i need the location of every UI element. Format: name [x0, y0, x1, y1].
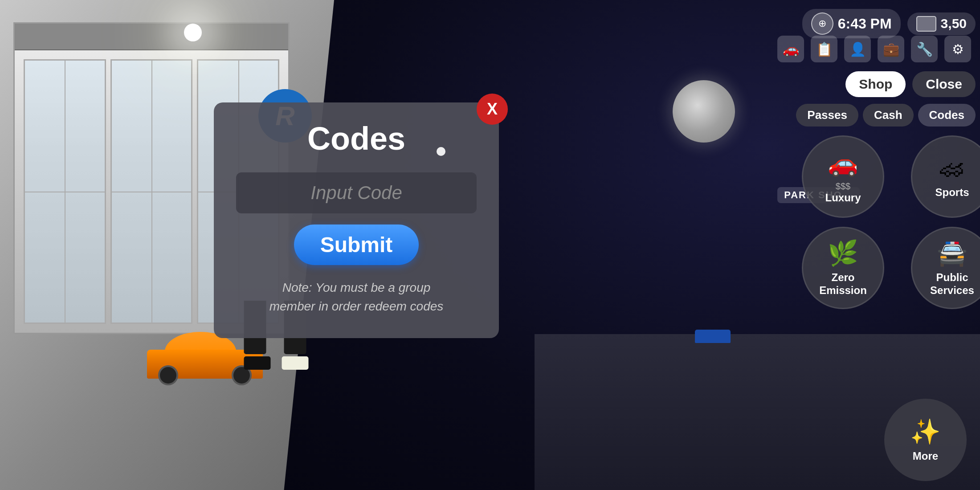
sports-car-icon: 🏎: [940, 154, 964, 183]
tab-codes[interactable]: Codes: [918, 104, 976, 127]
character-shoe-left: [244, 356, 271, 370]
top-hud: ⊕ 6:43 PM 3,50: [802, 9, 980, 38]
more-label: More: [913, 450, 938, 463]
public-services-icon: 🚔: [937, 239, 968, 268]
category-luxury[interactable]: 🚗 $$$ Luxury: [802, 135, 884, 218]
zero-emission-label: ZeroEmission: [819, 271, 867, 297]
luxury-label: Luxury: [825, 192, 861, 204]
tab-passes[interactable]: Passes: [796, 104, 858, 127]
toolbar-wrench-icon[interactable]: 🔧: [911, 36, 938, 62]
compass-icon: ⊕: [811, 12, 833, 35]
modal-note: Note: You must be a groupmember in order…: [236, 278, 477, 316]
codes-modal: X Codes Submit Note: You must be a group…: [214, 102, 499, 338]
luxury-car-icon: 🚗: [828, 149, 858, 178]
hud-time-section: ⊕ 6:43 PM: [802, 9, 901, 38]
shop-tab-row: Passes Cash Codes: [796, 104, 976, 127]
shop-header: Shop Close: [796, 71, 976, 97]
window-panel-2: [110, 59, 193, 324]
showroom-ceiling: [15, 24, 288, 50]
toolbar-row: 🚗 📋 👤 💼 🔧 ⚙: [777, 36, 971, 62]
spotlight: [184, 24, 202, 41]
toolbar-car-icon[interactable]: 🚗: [777, 36, 804, 62]
toolbar-list-icon[interactable]: 📋: [811, 36, 837, 62]
toolbar-bag-icon[interactable]: 💼: [878, 36, 904, 62]
category-sports[interactable]: 🏎 Sports: [911, 135, 980, 218]
window-panel-1: [24, 59, 106, 324]
character-shoe-right: [282, 356, 309, 370]
toolbar-settings-icon[interactable]: ⚙: [944, 36, 971, 62]
car-categories-grid: 🚗 $$$ Luxury 🏎 Sports 🌿 ZeroEmission 🚔 P…: [796, 135, 976, 309]
wallet-icon: [916, 16, 936, 32]
shop-ui: Shop Close Passes Cash Codes 🚗 $$$ Luxur…: [796, 71, 976, 309]
hud-cash-section: 3,50: [907, 12, 976, 35]
close-shop-button[interactable]: Close: [912, 71, 976, 97]
sports-label: Sports: [935, 186, 969, 199]
category-more[interactable]: ✨ More: [884, 399, 967, 481]
car-wheel-left: [158, 365, 178, 385]
hud-cash-amount: 3,50: [941, 16, 967, 31]
hud-time: 6:43 PM: [838, 16, 892, 32]
modal-title: Codes: [236, 120, 477, 157]
zero-emission-icon: 🌿: [828, 239, 858, 268]
shop-button[interactable]: Shop: [845, 71, 906, 97]
public-services-label: PublicServices: [930, 271, 974, 297]
more-icon: ✨: [910, 417, 941, 446]
submit-button[interactable]: Submit: [294, 225, 419, 265]
toolbar-user-icon[interactable]: 👤: [844, 36, 871, 62]
distant-car: [695, 330, 731, 343]
moon: [673, 80, 735, 143]
code-input-field[interactable]: [236, 172, 477, 213]
category-public-services[interactable]: 🚔 PublicServices: [911, 227, 980, 309]
tab-cash[interactable]: Cash: [863, 104, 914, 127]
luxury-sublabel: $$$: [836, 181, 850, 192]
category-zero-emission[interactable]: 🌿 ZeroEmission: [802, 227, 884, 309]
modal-close-button[interactable]: X: [477, 94, 508, 125]
